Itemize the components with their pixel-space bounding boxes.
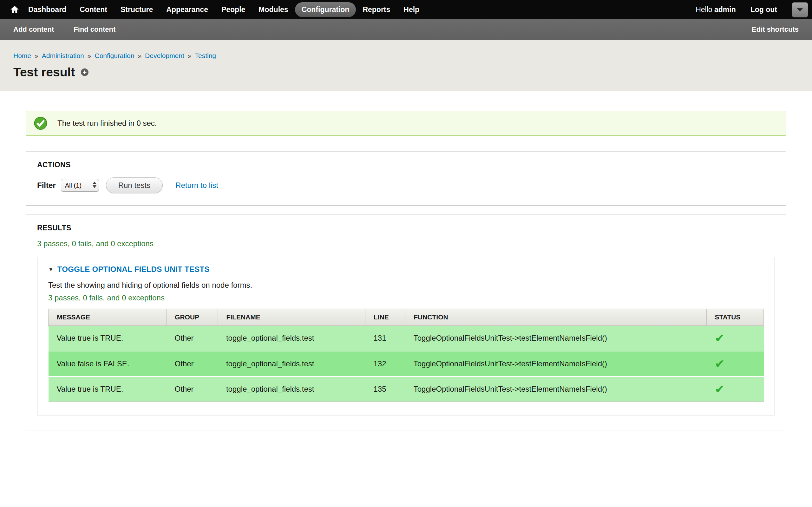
return-to-list-link[interactable]: Return to list (175, 181, 218, 190)
pass-check-icon: ✔ (715, 331, 725, 345)
title-row: Test result (13, 65, 799, 79)
cell-function: ToggleOptionalFieldsUnitTest->testElemen… (405, 377, 706, 402)
test-group-title[interactable]: TOGGLE OPTIONAL FIELDS UNIT TESTS (57, 265, 210, 274)
results-legend: RESULTS (37, 224, 775, 232)
logout-link[interactable]: Log out (751, 5, 777, 14)
table-header-row: MESSAGE GROUP FILENAME LINE FUNCTION STA… (49, 309, 764, 326)
home-icon-glyph (10, 5, 19, 14)
test-group-description: Test the showing and hiding of optional … (48, 281, 764, 290)
pass-check-icon: ✔ (715, 357, 725, 371)
toolbar-item-dashboard[interactable]: Dashboard (21, 2, 73, 17)
collapse-arrow-icon: ▼ (48, 267, 54, 272)
filter-label: Filter (37, 181, 56, 190)
table-row: Value false is FALSE. Other toggle_optio… (49, 351, 764, 377)
run-tests-button[interactable]: Run tests (106, 177, 163, 193)
username: admin (714, 5, 736, 14)
shortcut-find-content[interactable]: Find content (73, 25, 115, 34)
breadcrumb-administration[interactable]: Administration (42, 52, 84, 60)
breadcrumb-separator: » (188, 52, 192, 60)
select-stepper-icon (93, 181, 96, 188)
column-header-function: FUNCTION (405, 309, 706, 326)
cell-message: Value true is TRUE. (49, 326, 166, 351)
cell-function: ToggleOptionalFieldsUnitTest->testElemen… (405, 326, 706, 351)
home-icon[interactable] (8, 0, 21, 19)
breadcrumb-testing[interactable]: Testing (195, 52, 216, 60)
cell-status: ✔ (706, 326, 763, 351)
table-row: Value true is TRUE. Other toggle_optiona… (49, 377, 764, 402)
cell-line: 132 (365, 351, 405, 377)
cell-group: Other (166, 351, 218, 377)
edit-shortcuts-link[interactable]: Edit shortcuts (752, 25, 799, 34)
status-message: The test run finished in 0 sec. (26, 111, 786, 135)
column-header-status: STATUS (706, 309, 763, 326)
column-header-line: LINE (365, 309, 405, 326)
main-content: The test run finished in 0 sec. ACTIONS … (0, 91, 812, 431)
breadcrumb-development[interactable]: Development (145, 52, 184, 60)
breadcrumb-separator: » (35, 52, 38, 60)
page-title: Test result (13, 65, 75, 79)
breadcrumb-configuration[interactable]: Configuration (95, 52, 134, 60)
toolbar-item-modules[interactable]: Modules (252, 2, 295, 17)
toolbar-item-content[interactable]: Content (73, 2, 114, 17)
column-header-message: MESSAGE (49, 309, 166, 326)
test-group-title-row[interactable]: ▼ TOGGLE OPTIONAL FIELDS UNIT TESTS (48, 265, 764, 274)
page-header: Home » Administration » Configuration » … (0, 40, 812, 91)
cell-message: Value true is TRUE. (49, 377, 166, 402)
actions-panel: ACTIONS Filter All (1) Run tests Return … (26, 152, 786, 206)
cell-filename: toggle_optional_fields.test (218, 326, 365, 351)
cell-status: ✔ (706, 377, 763, 402)
toolbar-item-people[interactable]: People (215, 2, 252, 17)
circle-plus-icon[interactable] (81, 68, 89, 76)
breadcrumb-home[interactable]: Home (13, 52, 31, 60)
results-panel: RESULTS 3 passes, 0 fails, and 0 excepti… (26, 215, 786, 431)
results-table: MESSAGE GROUP FILENAME LINE FUNCTION STA… (48, 308, 764, 402)
shortcut-add-content[interactable]: Add content (13, 25, 54, 34)
breadcrumb: Home » Administration » Configuration » … (13, 52, 799, 60)
status-message-text: The test run finished in 0 sec. (57, 119, 157, 128)
filter-select-value: All (1) (65, 182, 82, 189)
results-summary: 3 passes, 0 fails, and 0 exceptions (37, 239, 775, 248)
cell-line: 135 (365, 377, 405, 402)
cell-status: ✔ (706, 351, 763, 377)
pass-check-icon: ✔ (715, 383, 725, 396)
toolbar-item-reports[interactable]: Reports (356, 2, 397, 17)
breadcrumb-separator: » (88, 52, 91, 60)
toolbar-item-help[interactable]: Help (397, 2, 426, 17)
toolbar-menu: Dashboard Content Structure Appearance P… (21, 2, 426, 17)
filter-row: Filter All (1) Run tests Return to list (37, 177, 775, 193)
breadcrumb-separator: » (138, 52, 142, 60)
user-greeting: Hello admin (696, 5, 736, 14)
cell-group: Other (166, 377, 218, 402)
cell-group: Other (166, 326, 218, 351)
toolbar-item-structure[interactable]: Structure (114, 2, 159, 17)
cell-message: Value false is FALSE. (49, 351, 166, 377)
test-group-summary: 3 passes, 0 fails, and 0 exceptions (48, 293, 764, 302)
toolbar-toggle-button[interactable] (792, 2, 808, 17)
shortcut-bar: Add content Find content Edit shortcuts (0, 19, 812, 40)
toolbar-item-configuration[interactable]: Configuration (295, 2, 356, 17)
admin-toolbar: Dashboard Content Structure Appearance P… (0, 0, 812, 19)
table-row: Value true is TRUE. Other toggle_optiona… (49, 326, 764, 351)
status-ok-icon (34, 117, 47, 130)
cell-filename: toggle_optional_fields.test (218, 351, 365, 377)
filter-select[interactable]: All (1) (61, 179, 99, 192)
greeting-text: Hello (696, 5, 712, 14)
column-header-group: GROUP (166, 309, 218, 326)
column-header-filename: FILENAME (218, 309, 365, 326)
test-group-fieldset: ▼ TOGGLE OPTIONAL FIELDS UNIT TESTS Test… (37, 257, 775, 415)
cell-filename: toggle_optional_fields.test (218, 377, 365, 402)
chevron-down-icon (797, 8, 803, 12)
toolbar-item-appearance[interactable]: Appearance (159, 2, 215, 17)
cell-line: 131 (365, 326, 405, 351)
arrow-down-icon (93, 185, 96, 188)
actions-legend: ACTIONS (37, 161, 775, 169)
arrow-up-icon (93, 181, 96, 184)
cell-function: ToggleOptionalFieldsUnitTest->testElemen… (405, 351, 706, 377)
